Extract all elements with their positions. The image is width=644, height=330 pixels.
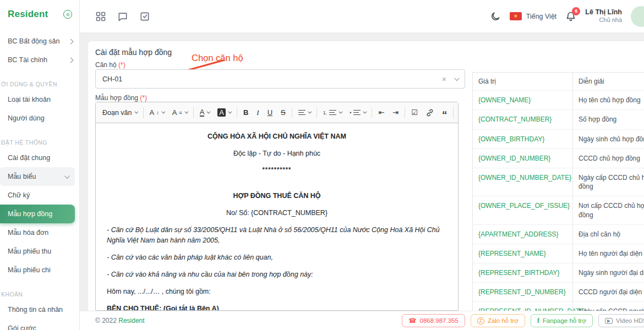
sidebar: Resident BC Bất động sản BC Tài chính ỜI… [0, 0, 80, 330]
table-row: {OWNER_ID_NUMBER} CCCD chủ hợp đồng [473, 149, 644, 168]
video-icon: ▶ [605, 318, 613, 324]
table-row: {APARTMENT_ADDRESS} Địa chỉ căn hộ [473, 225, 644, 244]
editor-toolbar: Đoạn văn A↕ A≡ A A B I U S 1. • ⇤ ⇥ ☑ [96, 102, 458, 123]
sidebar-item-goi-cuoc[interactable]: Gói cước [0, 319, 79, 330]
italic-icon[interactable]: I [254, 107, 261, 119]
font-color-icon[interactable]: A [198, 107, 212, 118]
sidebar-item-label: Gói cước [8, 324, 36, 330]
numbered-list-icon[interactable]: 1. [321, 108, 344, 117]
dark-mode-moon-icon[interactable] [490, 11, 501, 22]
chevron-right-icon [68, 57, 74, 63]
apartment-select[interactable]: CH-01 × [95, 69, 465, 89]
sidebar-section-users-permissions: ỜI DÙNG & QUYỀN [0, 78, 79, 90]
toolbar-more-icon[interactable]: ⋮ [453, 107, 459, 119]
sidebar-item-cai-dat-chung[interactable]: Cài đặt chung [0, 148, 79, 167]
top-header: ★ Tiếng Việt 6 Lê Thị Lĩnh Chủ nhà [80, 0, 644, 33]
sidebar-item-label: Mẫu hợp đồng [8, 210, 52, 218]
notifications-button[interactable]: 6 [565, 11, 576, 22]
outdent-icon[interactable]: ⇤ [376, 107, 386, 118]
contract-template-card: Cài đặt mẫu hợp đồng Chọn căn hộ Căn hộ … [88, 41, 644, 311]
user-name: Lê Thị Lĩnh [585, 8, 622, 17]
doc-clause: - Căn cứ vào các văn bản pháp luật khác … [107, 252, 447, 262]
sidebar-item-label: Mẫu phiếu thu [8, 248, 51, 255]
highlight-icon[interactable]: A [215, 107, 233, 118]
doc-national-header: CỘNG HÒA XÃ HỘI CHỦ NGHĨA VIỆT NAM [107, 131, 447, 141]
sidebar-item-chu-ky[interactable]: Chữ ký [0, 186, 79, 205]
table-row: {OWNER_BIRTHDAY} Ngày sinh chủ hợp đồng [473, 130, 644, 149]
avatar[interactable] [631, 6, 644, 27]
bold-icon[interactable]: B [241, 107, 250, 118]
phone-icon: ☎ [408, 317, 416, 324]
table-row: {REPRESENT_ID_NUMBER_DATE} Ngày cấp CCCD… [473, 302, 644, 311]
sidebar-item-mau-phieu-thu[interactable]: Mẫu phiếu thu [0, 242, 79, 261]
chat-icon[interactable] [117, 11, 128, 22]
copyright: © 2022 Resident [95, 317, 145, 324]
sidebar-item-label: BC Tài chính [8, 56, 47, 64]
apps-grid-icon[interactable] [95, 11, 106, 22]
footer: © 2022 Resident ☎ 0868.987.355 Z Zalo hỗ… [80, 311, 644, 330]
font-size-icon[interactable]: A↕ [148, 107, 166, 118]
clear-selection-icon[interactable]: × [442, 75, 446, 84]
font-family-icon[interactable]: A≡ [170, 107, 189, 118]
sidebar-item-loai-tai-khoan[interactable]: Loại tài khoản [0, 90, 79, 109]
sidebar-item-mau-hoa-don[interactable]: Mẫu hóa đơn [0, 223, 79, 242]
doc-motto: Độc lập - Tự do - Hạnh phúc [107, 148, 447, 158]
table-row: {REPRESENT_BIRTHDAY} Ngày sinh người đại… [473, 263, 644, 283]
sidebar-item-mau-bieu[interactable]: Mẫu biểu [0, 167, 75, 186]
zalo-support-button[interactable]: Z Zalo hỗ trợ [471, 314, 525, 327]
tasks-icon[interactable] [139, 11, 150, 22]
sidebar-item-bc-tai-chinh[interactable]: BC Tài chính [0, 51, 79, 69]
table-header-row: Giá trị Diễn giải [473, 73, 644, 91]
sidebar-item-label: Cài đặt chung [8, 154, 50, 162]
table-row: {OWNER_NAME} Họ tên chủ hợp đồng [473, 91, 644, 110]
sidebar-item-mau-phieu-chi[interactable]: Mẫu phiếu chi [0, 261, 79, 279]
video-guide-button[interactable]: ▶ Video HDSD [598, 314, 644, 327]
doc-party-a-heading: BÊN CHO THUÊ: (Gọi tắt là Bên A) [107, 304, 447, 311]
app-logo[interactable]: Resident [8, 9, 48, 20]
sidebar-item-label: Thông tin cá nhân [8, 306, 63, 314]
bulleted-list-icon[interactable]: • [347, 108, 368, 117]
sidebar-collapse-icon[interactable] [63, 10, 72, 19]
link-icon[interactable] [424, 107, 436, 118]
text-align-icon[interactable] [296, 108, 313, 117]
fanpage-support-button[interactable]: f Fanpage hỗ trợ [531, 314, 593, 327]
sidebar-item-label: BC Bất động sản [8, 37, 60, 45]
chevron-down-icon[interactable] [454, 75, 460, 81]
notification-count-badge: 6 [572, 7, 580, 15]
underline-icon[interactable]: U [265, 107, 275, 118]
indent-icon[interactable]: ⇥ [390, 107, 401, 118]
sidebar-item-label: Mẫu phiếu chi [8, 266, 51, 274]
vietnam-flag-icon: ★ [510, 12, 522, 20]
sidebar-item-label: Mẫu hóa đơn [8, 229, 48, 237]
template-variables-table: Giá trị Diễn giải {OWNER_NAME} Họ tên ch… [472, 72, 644, 311]
language-selector[interactable]: ★ Tiếng Việt [510, 12, 557, 20]
table-row: {CONTRACT_NUMBER} Số hợp đồng [473, 110, 644, 129]
sidebar-item-label: Chữ ký [8, 191, 30, 199]
contract-document-body[interactable]: CỘNG HÒA XÃ HỘI CHỦ NGHĨA VIỆT NAM Độc l… [96, 123, 458, 311]
support-phone-button[interactable]: ☎ 0868.987.355 [402, 314, 465, 327]
facebook-icon: f [537, 317, 539, 324]
sidebar-item-bc-bat-dong-san[interactable]: BC Bất động sản [0, 32, 79, 51]
sidebar-item-mau-hop-dong[interactable]: Mẫu hợp đồng [0, 205, 75, 223]
sidebar-item-nguoi-dung[interactable]: Người dùng [0, 109, 79, 128]
block-quote-icon[interactable]: “ [440, 107, 450, 119]
table-row: {REPRESENT_ID_NUMBER} CCCD người đại diệ… [473, 283, 644, 302]
zalo-icon: Z [477, 317, 484, 324]
sidebar-section-system-settings: ĐẶT HỆ THỐNG [0, 136, 79, 148]
todo-list-icon[interactable]: ☑ [409, 107, 420, 118]
chevron-down-icon [64, 173, 70, 179]
footer-brand-link[interactable]: Resident [118, 317, 144, 324]
strikethrough-icon[interactable]: S [279, 107, 288, 118]
page-title: Cài đặt mẫu hợp đồng [95, 48, 172, 57]
paragraph-style-dropdown[interactable]: Đoạn văn [100, 107, 139, 118]
sidebar-item-thong-tin-ca-nhan[interactable]: Thông tin cá nhân [0, 300, 79, 319]
table-row: {REPRESENT_NAME} Họ tên người đại diện [473, 244, 644, 263]
user-menu[interactable]: Lê Thị Lĩnh Chủ nhà [585, 8, 622, 24]
doc-contract-number: No/ Số: {CONTRACT_NUMBER} [107, 208, 447, 218]
doc-today-line: Hôm nay, .../.../… , chúng tôi gồm: [107, 287, 447, 296]
column-header-value: Giá trị [473, 73, 573, 90]
sidebar-item-label: Người dùng [8, 114, 45, 122]
apartment-field-label: Căn hộ (*) [95, 61, 125, 69]
annotation-label: Chọn căn hộ [192, 53, 243, 63]
language-label: Tiếng Việt [526, 13, 557, 20]
